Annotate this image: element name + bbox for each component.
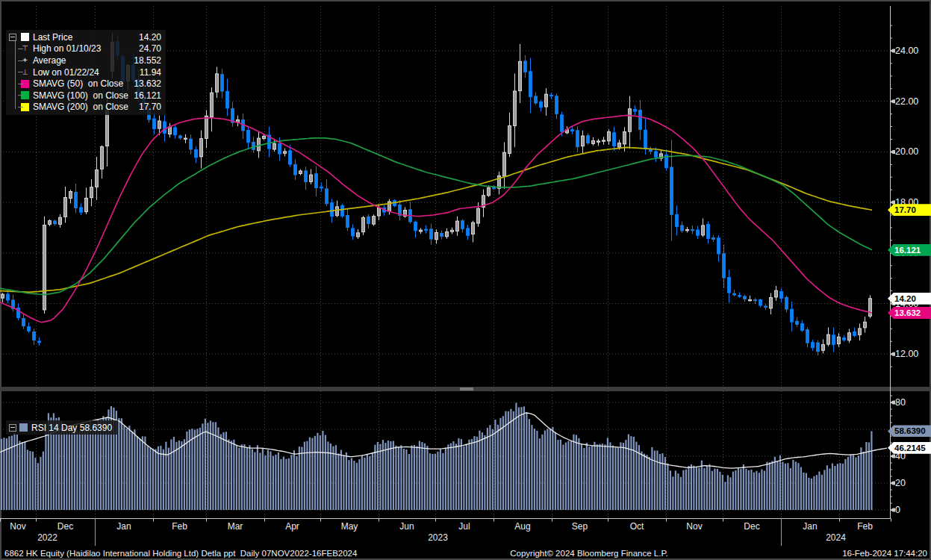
x-axis-year-label-2024: 2024 xyxy=(826,532,846,543)
rsi-value-tag: 58.6390 xyxy=(888,425,931,437)
x-axis-year-label-2023: 2023 xyxy=(428,532,448,543)
rsi-axis-label-20: 20 xyxy=(895,478,906,488)
footer-security-description: 6862 HK Equity (Haidilao International H… xyxy=(4,549,357,558)
rsi-axis-label-0: 0 xyxy=(895,505,900,515)
x-axis-month-label-4: Mar xyxy=(228,521,243,532)
legend-label-smavg50: SMAVG (50) on Close xyxy=(33,78,123,89)
legend-label-average: Average xyxy=(33,55,66,66)
legend-tree-branch xyxy=(18,72,23,72)
last-price-swatch-icon xyxy=(21,33,29,41)
legend-row-low[interactable]: ⊥Low on 01/22/2411.94 xyxy=(9,66,161,78)
legend-value-last-price: 14.20 xyxy=(139,32,161,43)
legend-tree-branch xyxy=(18,84,23,84)
legend-label-last-price: Last Price xyxy=(33,32,72,43)
rsi-swatch-icon xyxy=(19,423,28,432)
panel-resize-handle[interactable] xyxy=(458,387,475,392)
x-axis-month-label-0: Nov xyxy=(10,521,25,532)
legend-tree-branch xyxy=(18,60,23,61)
x-axis-month-label-3: Feb xyxy=(172,521,187,532)
price-axis-label-22.00: 22.00 xyxy=(895,96,918,107)
rsi-average-tag: 46.2145 xyxy=(888,442,931,454)
legend-label-low: Low on 01/22/24 xyxy=(33,67,99,78)
legend-value-high: 24.70 xyxy=(139,43,161,54)
sma200-tag: 17.70 xyxy=(888,204,931,216)
legend-label-smavg200: SMAVG (200) on Close xyxy=(33,102,128,112)
x-axis-month-label-11: Oct xyxy=(630,521,644,532)
x-axis-month-label-7: Jun xyxy=(399,521,414,532)
sma100-tag: 16.121 xyxy=(888,244,931,256)
legend-label-smavg100: SMAVG (100) on Close xyxy=(33,90,128,101)
x-axis-month-label-14: Jan xyxy=(803,521,817,532)
legend-value-smavg100: 16.121 xyxy=(134,90,161,101)
legend-value-smavg50: 13.632 xyxy=(134,78,161,89)
legend-value-smavg200: 17.70 xyxy=(139,102,161,112)
price-axis-label-20.00: 20.00 xyxy=(895,146,918,157)
footer-copyright: Copyright© 2024 Bloomberg Finance L.P. xyxy=(510,549,668,558)
rsi-legend-label: RSI 14 Day xyxy=(31,423,77,433)
rsi-legend-value: 58.6390 xyxy=(80,423,112,433)
x-axis-month-label-13: Dec xyxy=(744,521,759,532)
legend-value-low: 11.94 xyxy=(140,67,161,78)
x-axis-month-label-6: May xyxy=(341,521,358,532)
x-axis-month-label-5: Apr xyxy=(285,521,299,532)
legend-row-high[interactable]: ⊤High on 01/10/2324.70 xyxy=(9,43,161,55)
legend-row-smavg100[interactable]: SMAVG (100) on Close16.121 xyxy=(9,90,161,102)
rsi-legend-expander-icon[interactable] xyxy=(9,424,16,432)
rsi-legend[interactable]: RSI 14 Day 58.6390 xyxy=(6,420,118,435)
legend-expander-icon[interactable] xyxy=(9,34,16,41)
x-axis-month-label-9: Aug xyxy=(514,521,530,532)
legend-row-last-price[interactable]: Last Price14.20 xyxy=(9,31,161,43)
bloomberg-chart-window: Last Price14.20⊤High on 01/10/2324.70✦Av… xyxy=(0,0,931,560)
x-axis-month-label-8: Jul xyxy=(458,521,470,532)
x-axis-month-label-1: Dec xyxy=(57,521,73,532)
price-axis-label-12.00: 12.00 xyxy=(895,349,918,359)
x-axis-month-label-15: Feb xyxy=(857,521,873,532)
sma50-tag: 13.632 xyxy=(888,307,931,319)
legend-label-high: High on 01/10/23 xyxy=(33,43,101,54)
legend-tree-branch xyxy=(18,49,23,49)
price-chart-legend[interactable]: Last Price14.20⊤High on 01/10/2324.70✦Av… xyxy=(6,30,166,115)
legend-value-average: 18.552 xyxy=(134,55,161,66)
x-axis-month-label-2: Jan xyxy=(116,521,131,532)
legend-tree-branch xyxy=(18,95,23,96)
price-axis-label-24.00: 24.00 xyxy=(895,46,918,56)
last-price-tag: 14.20 xyxy=(888,293,931,305)
legend-row-average[interactable]: ✦Average18.552 xyxy=(9,55,161,66)
legend-row-smavg200[interactable]: SMAVG (200) on Close17.70 xyxy=(9,102,161,113)
x-axis-year-label-2022: 2022 xyxy=(37,532,57,543)
x-axis-month-label-12: Nov xyxy=(686,521,702,532)
rsi-axis-label-80: 80 xyxy=(895,397,906,408)
legend-tree-branch xyxy=(18,107,23,108)
legend-row-smavg50[interactable]: SMAVG (50) on Close13.632 xyxy=(9,78,161,90)
x-axis-month-label-10: Sep xyxy=(572,521,588,532)
footer-timestamp: 16-Feb-2024 17:44:20 xyxy=(842,549,927,558)
